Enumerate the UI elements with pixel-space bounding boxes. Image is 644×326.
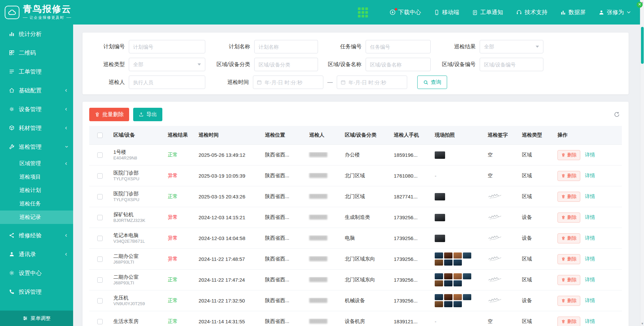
device-name: 二期办公室 [113,274,162,280]
refresh-icon[interactable] [612,109,622,120]
sidebar-item-devices[interactable]: 设备管理‹ [0,100,73,119]
row-checkbox[interactable] [97,236,103,241]
delete-button[interactable]: 删除 [557,317,580,326]
row-checkbox[interactable] [97,319,103,324]
photo-thumbnail[interactable] [435,252,443,259]
row-checkbox[interactable] [97,257,103,262]
sidebar-item-complaints[interactable]: 投诉管理 [0,282,73,301]
delete-button[interactable]: 删除 [557,192,580,202]
photo-thumbnail[interactable] [444,280,452,286]
nav-data-screen[interactable]: 数据屏 [560,8,586,16]
photo-thumbnail[interactable] [444,260,452,266]
detail-link[interactable]: 详情 [585,318,595,324]
photo-thumbnail[interactable] [435,280,443,286]
chevron-down-icon: ‹ [63,146,69,148]
delete-button[interactable]: 删除 [557,275,580,285]
batch-delete-button[interactable]: 批量删除 [89,108,129,121]
nav-work-order-notice[interactable]: 工单通知 [472,8,503,16]
sidebar-item-area-mgmt[interactable]: 区域管理‹ [0,157,73,170]
sidebar-item-repair-exp[interactable]: 维修经验‹ [0,226,73,245]
sidebar-item-inspection[interactable]: 巡检管理‹ [0,137,73,156]
detail-link[interactable]: 详情 [585,297,595,303]
delete-button[interactable]: 删除 [557,296,580,306]
photo-thumbnail[interactable] [453,273,462,279]
detail-link[interactable]: 详情 [585,152,595,157]
inspector-input[interactable] [129,76,205,89]
delete-button[interactable]: 删除 [557,171,580,181]
sidebar-item-work-orders[interactable]: 工单管理 [0,62,73,81]
photo-thumbnail[interactable] [453,301,462,307]
delete-button[interactable]: 删除 [557,254,580,264]
result-select[interactable]: 全部 [480,40,543,53]
column-header: 巡检人 [307,132,342,138]
nav-user[interactable]: 张修为 [598,8,631,16]
photo-thumbnail[interactable] [463,252,471,259]
sidebar-item-inspect-items[interactable]: 巡检项目 [0,170,73,184]
sidebar-item-contacts[interactable]: 通讯录‹ [0,245,73,264]
detail-link[interactable]: 详情 [585,193,595,199]
sidebar-item-inspect-task[interactable]: 巡检任务 [0,197,73,211]
device-name-input[interactable] [366,58,431,71]
sidebar-item-inspect-records[interactable]: 巡检记录 [0,211,73,224]
row-checkbox[interactable] [97,173,103,179]
sidebar-item-materials[interactable]: 耗材管理‹ [0,119,73,137]
row-checkbox[interactable] [97,194,103,199]
photo-thumbnail[interactable] [444,273,452,279]
sidebar-item-menu-adjust[interactable]: 菜单调整 [0,311,73,326]
row-checkbox[interactable] [97,215,103,220]
photo-thumbnail[interactable] [435,273,443,279]
plan-no-input[interactable] [129,40,205,53]
signature-image [488,300,503,306]
photo-thumbnail[interactable] [435,260,443,266]
nav-download-center[interactable]: 下载中心 [389,8,421,16]
close-icon[interactable]: ✕ [637,2,643,8]
sidebar-item-inspect-plan[interactable]: 巡检计划 [0,184,73,197]
photo-thumbnail[interactable] [435,193,445,200]
time-end-input[interactable] [337,76,407,89]
device-no-input[interactable] [480,58,543,71]
sidebar-item-base-config[interactable]: 基础配置‹ [0,81,73,100]
delete-button[interactable]: 删除 [557,233,580,243]
sidebar-item-qrcode[interactable]: 二维码 [0,43,73,62]
scroll-down-arrow[interactable]: ▼ [640,322,644,325]
row-checkbox[interactable] [97,298,103,304]
apps-grid-icon[interactable] [358,7,368,17]
row-checkbox[interactable] [97,152,103,158]
time-start-input[interactable] [253,76,323,89]
photo-thumbnail[interactable] [453,280,462,286]
detail-link[interactable]: 详情 [585,256,595,262]
type-select[interactable]: 全部 [129,58,205,71]
detail-link[interactable]: 详情 [585,214,595,220]
nav-tech-support[interactable]: 技术支持 [516,8,547,16]
photo-thumbnail[interactable] [435,294,443,300]
inspect-type: 设备 [519,297,555,304]
device-cat-input[interactable] [254,58,318,71]
photo-thumbnail[interactable] [435,214,445,221]
delete-button[interactable]: 删除 [557,150,580,160]
photo-thumbnail[interactable] [435,301,443,307]
photo-thumbnail[interactable] [463,273,471,279]
photo-thumbnail[interactable] [453,260,462,266]
photo-thumbnail[interactable] [444,294,452,300]
row-checkbox[interactable] [97,277,103,283]
photo-thumbnail[interactable] [463,294,471,300]
plan-name-input[interactable] [254,40,318,53]
sidebar-item-stats[interactable]: 统计分析 [0,25,73,43]
query-button[interactable]: 查询 [417,76,447,89]
nav-mobile[interactable]: 移动端 [434,8,459,16]
photo-thumbnail[interactable] [444,252,452,259]
delete-button[interactable]: 删除 [557,213,580,223]
task-no-input[interactable] [366,40,431,53]
photo-thumbnail[interactable] [435,235,445,242]
photo-thumbnail[interactable] [435,151,445,159]
photo-thumbnail[interactable] [444,301,452,307]
photo-thumbnail[interactable] [453,294,462,300]
scrollbar-thumb[interactable] [641,27,644,64]
detail-link[interactable]: 详情 [585,277,595,282]
export-button[interactable]: 导出 [133,108,162,121]
detail-link[interactable]: 详情 [585,235,595,241]
detail-link[interactable]: 详情 [585,173,595,178]
select-all-checkbox[interactable] [97,133,103,138]
photo-thumbnail[interactable] [453,252,462,259]
sidebar-item-settings[interactable]: 设置中心 [0,264,73,282]
